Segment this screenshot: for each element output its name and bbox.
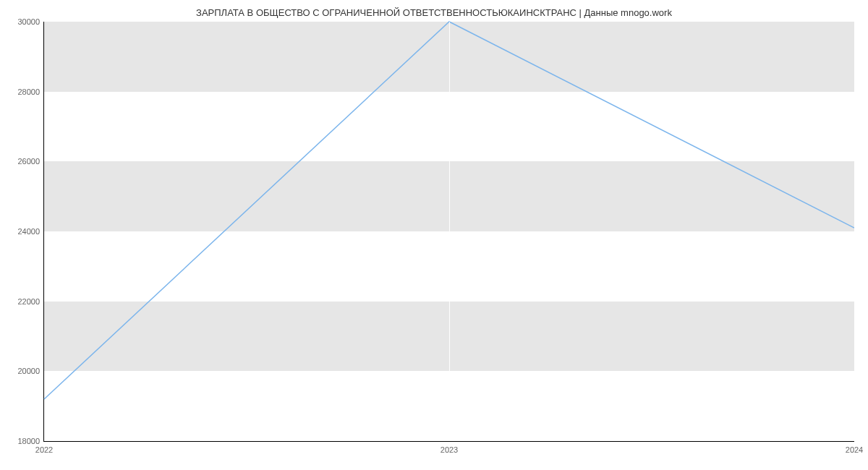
- y-tick-label: 28000: [17, 87, 40, 96]
- chart-title: ЗАРПЛАТА В ОБЩЕСТВО С ОГРАНИЧЕННОЙ ОТВЕТ…: [0, 7, 868, 18]
- y-tick-label: 24000: [17, 227, 40, 236]
- x-tick-label: 2024: [846, 445, 863, 454]
- x-gridline: [854, 22, 855, 441]
- x-gridline: [449, 22, 450, 441]
- y-tick-label: 26000: [17, 157, 40, 166]
- x-tick-label: 2023: [441, 445, 458, 454]
- y-tick-label: 22000: [17, 297, 40, 306]
- plot-area: 1800020000220002400026000280003000020222…: [43, 22, 854, 442]
- chart-container: ЗАРПЛАТА В ОБЩЕСТВО С ОГРАНИЧЕННОЙ ОТВЕТ…: [0, 0, 868, 470]
- y-tick-label: 30000: [17, 17, 40, 26]
- x-tick-label: 2022: [35, 445, 53, 454]
- y-tick-label: 18000: [17, 437, 40, 445]
- y-tick-label: 20000: [17, 367, 40, 375]
